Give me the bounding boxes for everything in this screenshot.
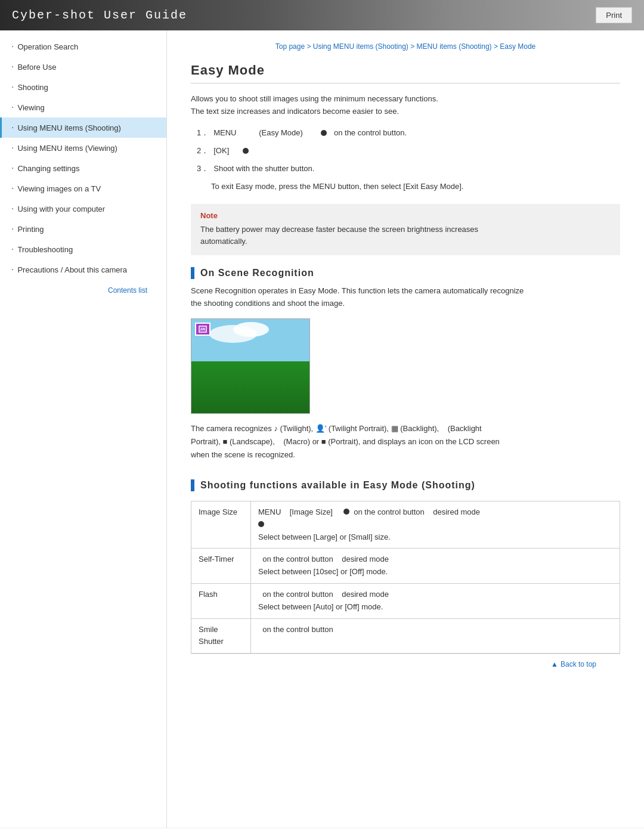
step-3-line1: 3． Shoot with the shutter button. <box>197 161 620 176</box>
app-title: Cyber-shot User Guide <box>12 8 187 22</box>
cloud-2 <box>233 322 269 337</box>
sidebar-item-before-use[interactable]: Before Use <box>0 57 166 77</box>
bullet-icon-1 <box>321 130 327 136</box>
back-to-top-label: Back to top <box>561 660 596 668</box>
print-button[interactable]: Print <box>596 7 632 23</box>
table-row-image-size: Image Size MENU [Image Size] on the cont… <box>191 501 620 549</box>
breadcrumb-easy-mode[interactable]: Easy Mode <box>500 42 535 51</box>
step-3-note: To exit Easy mode, press the MENU button… <box>211 179 620 194</box>
sidebar-label: Troubleshooting <box>17 245 73 254</box>
breadcrumb-top[interactable]: Top page <box>275 42 305 51</box>
note-title: Note <box>200 211 611 220</box>
table-row-flash: Flash on the control button desired mode… <box>191 584 620 619</box>
sidebar-label: Viewing images on a TV <box>17 184 101 193</box>
step-1: 1． MENU (Easy Mode) on the control butto… <box>197 125 620 141</box>
step-1-spacing2 <box>308 125 316 141</box>
main-layout: Operation Search Before Use Shooting Vie… <box>0 30 644 828</box>
step-3-exit-text: To exit Easy mode, press the MENU button… <box>211 182 463 191</box>
scene-recognition-icon <box>195 323 210 336</box>
sidebar-label: Changing settings <box>17 164 79 173</box>
step-2: 2． [OK] <box>197 143 620 159</box>
breadcrumb-menu-items-shooting[interactable]: MENU items (Shooting) <box>417 42 492 51</box>
note-box: Note The battery power may decrease fast… <box>191 204 620 256</box>
table-cell-image-size-desc: MENU [Image Size] on the control button … <box>251 501 620 549</box>
breadcrumb-sep3: > <box>494 42 500 51</box>
scene-recognition-heading: On Scene Recognition <box>191 267 620 279</box>
step-3-text: Shoot with the shutter button. <box>213 161 314 176</box>
sidebar-label: Viewing <box>17 103 44 112</box>
description-line2: The text size increases and indicators b… <box>191 107 399 116</box>
sidebar-label: Using with your computer <box>17 205 105 213</box>
bullet-image-size <box>343 509 349 515</box>
table-cell-self-timer-desc: on the control button desired mode Selec… <box>251 549 620 584</box>
step-1-text: on the control button. <box>332 125 407 141</box>
bullet-icon-2 <box>243 148 249 154</box>
sidebar-item-shooting[interactable]: Shooting <box>0 77 166 97</box>
table-cell-self-timer-label: Self-Timer <box>191 549 251 584</box>
contents-list-link[interactable]: Contents list <box>98 281 157 299</box>
sidebar-item-viewing-tv[interactable]: Viewing images on a TV <box>0 178 166 199</box>
sidebar-label: Shooting <box>17 83 48 92</box>
table-row-self-timer: Self-Timer on the control button desired… <box>191 549 620 584</box>
description-line1: Allows you to shoot still images using t… <box>191 94 438 103</box>
page-description: Allows you to shoot still images using t… <box>191 93 620 118</box>
sidebar: Operation Search Before Use Shooting Vie… <box>0 30 167 828</box>
sidebar-item-printing[interactable]: Printing <box>0 219 166 239</box>
step-2-ok: [OK] <box>213 143 229 159</box>
feature-table: Image Size MENU [Image Size] on the cont… <box>191 501 620 654</box>
sidebar-item-using-menu-viewing[interactable]: Using MENU items (Viewing) <box>0 138 166 158</box>
page-number: 63 <box>0 828 644 833</box>
steps-list: 1． MENU (Easy Mode) on the control butto… <box>197 125 620 194</box>
page-title: Easy Mode <box>191 63 620 83</box>
breadcrumb-using-menu-shooting[interactable]: Using MENU items (Shooting) <box>313 42 408 51</box>
heading-bar <box>191 267 194 279</box>
note-text: The battery power may decrease faster be… <box>200 224 611 249</box>
breadcrumb: Top page > Using MENU items (Shooting) >… <box>191 42 620 51</box>
step-1-num: 1． <box>197 125 209 141</box>
step-2-space <box>234 143 238 159</box>
footer: ▲ Back to top <box>191 654 620 674</box>
step-3: 3． Shoot with the shutter button. To exi… <box>197 161 620 194</box>
heading-bar-2 <box>191 479 194 491</box>
camera-scene-image <box>191 318 310 414</box>
sidebar-item-using-menu-shooting[interactable]: Using MENU items (Shooting) <box>0 117 166 138</box>
table-row-smile-shutter: SmileShutter on the control button <box>191 618 620 654</box>
sidebar-label: Precautions / About this camera <box>17 265 127 274</box>
table-cell-smile-shutter-label: SmileShutter <box>191 618 251 654</box>
sidebar-item-using-computer[interactable]: Using with your computer <box>0 199 166 219</box>
sidebar-item-troubleshooting[interactable]: Troubleshooting <box>0 239 166 259</box>
breadcrumb-sep1: > <box>306 42 312 51</box>
camera-scene-bg <box>191 319 309 413</box>
sidebar-item-precautions[interactable]: Precautions / About this camera <box>0 259 166 280</box>
sidebar-item-viewing[interactable]: Viewing <box>0 97 166 117</box>
sidebar-label: Printing <box>17 225 44 234</box>
header: Cyber-shot User Guide Print <box>0 0 644 30</box>
shooting-functions-heading: Shooting functions available in Easy Mod… <box>191 479 620 491</box>
table-cell-image-size-label: Image Size <box>191 501 251 549</box>
sidebar-label: Before Use <box>17 63 56 72</box>
sidebar-item-changing-settings[interactable]: Changing settings <box>0 158 166 178</box>
shooting-functions-heading-text: Shooting functions available in Easy Mod… <box>200 480 475 491</box>
scene-recognition-text: Scene Recognition operates in Easy Mode.… <box>191 285 620 310</box>
table-cell-flash-label: Flash <box>191 584 251 619</box>
content-area: Top page > Using MENU items (Shooting) >… <box>167 30 644 828</box>
sidebar-label: Using MENU items (Viewing) <box>17 144 117 153</box>
step-1-menu: MENU <box>213 125 236 141</box>
back-to-top-link[interactable]: ▲ Back to top <box>551 660 596 668</box>
step-2-num: 2． <box>197 143 209 159</box>
sidebar-label: Operation Search <box>17 42 78 51</box>
back-arrow-icon: ▲ <box>551 660 558 668</box>
step-3-num: 3． <box>197 161 209 176</box>
camera-recog-text: The camera recognizes ♪ (Twilight), 👤’ (… <box>191 422 620 462</box>
bullet-image-size-2 <box>258 521 264 527</box>
table-cell-flash-desc: on the control button desired mode Selec… <box>251 584 620 619</box>
table-cell-smile-shutter-desc: on the control button <box>251 618 620 654</box>
step-1-easymode: (Easy Mode) <box>259 125 303 141</box>
breadcrumb-sep2: > <box>410 42 416 51</box>
sidebar-label: Using MENU items (Shooting) <box>17 123 120 132</box>
step-1-spacing <box>242 125 255 141</box>
scene-heading-text: On Scene Recognition <box>200 268 314 278</box>
sidebar-item-operation-search[interactable]: Operation Search <box>0 36 166 57</box>
